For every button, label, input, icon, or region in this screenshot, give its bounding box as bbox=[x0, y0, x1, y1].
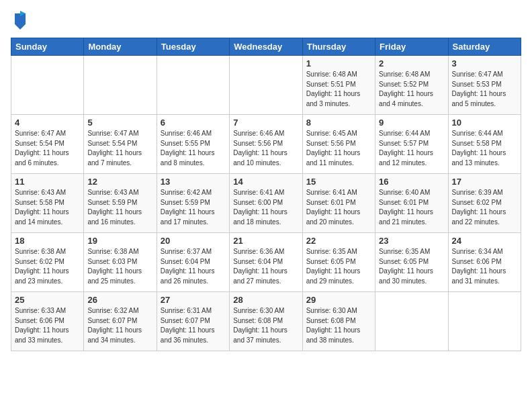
day-info: Sunrise: 6:47 AM Sunset: 5:54 PM Dayligh… bbox=[87, 129, 152, 168]
day-number: 25 bbox=[15, 295, 80, 305]
day-cell bbox=[448, 292, 521, 351]
day-number: 19 bbox=[87, 236, 152, 246]
day-cell bbox=[157, 56, 229, 115]
day-info: Sunrise: 6:31 AM Sunset: 6:07 PM Dayligh… bbox=[161, 306, 226, 345]
day-cell: 29Sunrise: 6:30 AM Sunset: 6:08 PM Dayli… bbox=[302, 292, 375, 351]
day-info: Sunrise: 6:40 AM Sunset: 6:01 PM Dayligh… bbox=[379, 188, 444, 227]
day-number: 17 bbox=[452, 177, 517, 187]
day-info: Sunrise: 6:47 AM Sunset: 5:53 PM Dayligh… bbox=[452, 70, 517, 109]
day-cell: 9Sunrise: 6:44 AM Sunset: 5:57 PM Daylig… bbox=[375, 115, 448, 174]
day-number: 27 bbox=[161, 295, 226, 305]
day-cell: 7Sunrise: 6:46 AM Sunset: 5:56 PM Daylig… bbox=[230, 115, 302, 174]
day-number: 7 bbox=[233, 118, 298, 128]
day-info: Sunrise: 6:44 AM Sunset: 5:58 PM Dayligh… bbox=[452, 129, 517, 168]
day-info: Sunrise: 6:47 AM Sunset: 5:54 PM Dayligh… bbox=[15, 129, 80, 168]
day-number: 18 bbox=[15, 236, 80, 246]
day-number: 9 bbox=[379, 118, 444, 128]
week-row-5: 25Sunrise: 6:33 AM Sunset: 6:06 PM Dayli… bbox=[11, 292, 521, 351]
day-cell bbox=[11, 56, 84, 115]
day-info: Sunrise: 6:35 AM Sunset: 6:05 PM Dayligh… bbox=[379, 247, 444, 286]
day-number: 26 bbox=[87, 295, 152, 305]
day-info: Sunrise: 6:41 AM Sunset: 6:01 PM Dayligh… bbox=[306, 188, 371, 227]
week-row-3: 11Sunrise: 6:43 AM Sunset: 5:58 PM Dayli… bbox=[11, 174, 521, 233]
week-row-4: 18Sunrise: 6:38 AM Sunset: 6:02 PM Dayli… bbox=[11, 233, 521, 292]
day-info: Sunrise: 6:46 AM Sunset: 5:55 PM Dayligh… bbox=[161, 129, 226, 168]
day-cell: 16Sunrise: 6:40 AM Sunset: 6:01 PM Dayli… bbox=[375, 174, 448, 233]
day-cell: 8Sunrise: 6:45 AM Sunset: 5:56 PM Daylig… bbox=[302, 115, 375, 174]
day-cell: 11Sunrise: 6:43 AM Sunset: 5:58 PM Dayli… bbox=[11, 174, 84, 233]
day-info: Sunrise: 6:45 AM Sunset: 5:56 PM Dayligh… bbox=[306, 129, 371, 168]
logo-icon bbox=[12, 11, 28, 30]
day-number: 21 bbox=[233, 236, 298, 246]
calendar-table: SundayMondayTuesdayWednesdayThursdayFrid… bbox=[11, 38, 521, 351]
day-cell: 3Sunrise: 6:47 AM Sunset: 5:53 PM Daylig… bbox=[448, 56, 521, 115]
day-number: 20 bbox=[161, 236, 226, 246]
weekday-header-wednesday: Wednesday bbox=[230, 38, 302, 56]
day-info: Sunrise: 6:39 AM Sunset: 6:02 PM Dayligh… bbox=[452, 188, 517, 227]
day-cell: 14Sunrise: 6:41 AM Sunset: 6:00 PM Dayli… bbox=[230, 174, 302, 233]
day-info: Sunrise: 6:37 AM Sunset: 6:04 PM Dayligh… bbox=[161, 247, 226, 286]
day-info: Sunrise: 6:35 AM Sunset: 6:05 PM Dayligh… bbox=[306, 247, 371, 286]
day-cell: 26Sunrise: 6:32 AM Sunset: 6:07 PM Dayli… bbox=[84, 292, 157, 351]
day-number: 13 bbox=[161, 177, 226, 187]
day-number: 16 bbox=[379, 177, 444, 187]
day-number: 4 bbox=[15, 118, 80, 128]
day-info: Sunrise: 6:30 AM Sunset: 6:08 PM Dayligh… bbox=[233, 306, 298, 345]
day-cell: 13Sunrise: 6:42 AM Sunset: 5:59 PM Dayli… bbox=[157, 174, 229, 233]
weekday-header-friday: Friday bbox=[375, 38, 448, 56]
day-cell: 20Sunrise: 6:37 AM Sunset: 6:04 PM Dayli… bbox=[157, 233, 229, 292]
day-number: 15 bbox=[306, 177, 371, 187]
day-number: 12 bbox=[87, 177, 152, 187]
day-cell: 21Sunrise: 6:36 AM Sunset: 6:04 PM Dayli… bbox=[230, 233, 302, 292]
day-number: 10 bbox=[452, 118, 517, 128]
day-number: 23 bbox=[379, 236, 444, 246]
week-row-1: 1Sunrise: 6:48 AM Sunset: 5:51 PM Daylig… bbox=[11, 56, 521, 115]
day-cell: 22Sunrise: 6:35 AM Sunset: 6:05 PM Dayli… bbox=[302, 233, 375, 292]
weekday-header-sunday: Sunday bbox=[11, 38, 84, 56]
day-cell: 2Sunrise: 6:48 AM Sunset: 5:52 PM Daylig… bbox=[375, 56, 448, 115]
day-info: Sunrise: 6:41 AM Sunset: 6:00 PM Dayligh… bbox=[233, 188, 298, 227]
header bbox=[11, 11, 521, 30]
day-cell bbox=[84, 56, 157, 115]
weekday-header-thursday: Thursday bbox=[302, 38, 375, 56]
day-info: Sunrise: 6:34 AM Sunset: 6:06 PM Dayligh… bbox=[452, 247, 517, 286]
day-number: 14 bbox=[233, 177, 298, 187]
day-cell: 27Sunrise: 6:31 AM Sunset: 6:07 PM Dayli… bbox=[157, 292, 229, 351]
day-info: Sunrise: 6:43 AM Sunset: 5:59 PM Dayligh… bbox=[87, 188, 152, 227]
day-cell: 15Sunrise: 6:41 AM Sunset: 6:01 PM Dayli… bbox=[302, 174, 375, 233]
day-info: Sunrise: 6:42 AM Sunset: 5:59 PM Dayligh… bbox=[161, 188, 226, 227]
day-info: Sunrise: 6:44 AM Sunset: 5:57 PM Dayligh… bbox=[379, 129, 444, 168]
day-cell: 17Sunrise: 6:39 AM Sunset: 6:02 PM Dayli… bbox=[448, 174, 521, 233]
weekday-header-row: SundayMondayTuesdayWednesdayThursdayFrid… bbox=[11, 38, 521, 56]
day-info: Sunrise: 6:30 AM Sunset: 6:08 PM Dayligh… bbox=[306, 306, 371, 345]
day-info: Sunrise: 6:33 AM Sunset: 6:06 PM Dayligh… bbox=[15, 306, 80, 345]
weekday-header-tuesday: Tuesday bbox=[157, 38, 229, 56]
day-cell: 25Sunrise: 6:33 AM Sunset: 6:06 PM Dayli… bbox=[11, 292, 84, 351]
page: SundayMondayTuesdayWednesdayThursdayFrid… bbox=[0, 0, 532, 357]
day-number: 1 bbox=[306, 58, 371, 68]
day-cell: 10Sunrise: 6:44 AM Sunset: 5:58 PM Dayli… bbox=[448, 115, 521, 174]
day-info: Sunrise: 6:36 AM Sunset: 6:04 PM Dayligh… bbox=[233, 247, 298, 286]
day-info: Sunrise: 6:32 AM Sunset: 6:07 PM Dayligh… bbox=[87, 306, 152, 345]
day-number: 2 bbox=[379, 58, 444, 68]
day-cell: 4Sunrise: 6:47 AM Sunset: 5:54 PM Daylig… bbox=[11, 115, 84, 174]
day-number: 6 bbox=[161, 118, 226, 128]
day-cell: 12Sunrise: 6:43 AM Sunset: 5:59 PM Dayli… bbox=[84, 174, 157, 233]
week-row-2: 4Sunrise: 6:47 AM Sunset: 5:54 PM Daylig… bbox=[11, 115, 521, 174]
day-number: 8 bbox=[306, 118, 371, 128]
day-cell bbox=[230, 56, 302, 115]
day-number: 29 bbox=[306, 295, 371, 305]
day-cell: 24Sunrise: 6:34 AM Sunset: 6:06 PM Dayli… bbox=[448, 233, 521, 292]
day-cell: 28Sunrise: 6:30 AM Sunset: 6:08 PM Dayli… bbox=[230, 292, 302, 351]
day-info: Sunrise: 6:43 AM Sunset: 5:58 PM Dayligh… bbox=[15, 188, 80, 227]
day-info: Sunrise: 6:38 AM Sunset: 6:02 PM Dayligh… bbox=[15, 247, 80, 286]
day-number: 11 bbox=[15, 177, 80, 187]
logo bbox=[11, 11, 28, 30]
day-cell bbox=[375, 292, 448, 351]
day-cell: 5Sunrise: 6:47 AM Sunset: 5:54 PM Daylig… bbox=[84, 115, 157, 174]
day-cell: 18Sunrise: 6:38 AM Sunset: 6:02 PM Dayli… bbox=[11, 233, 84, 292]
weekday-header-saturday: Saturday bbox=[448, 38, 521, 56]
day-number: 5 bbox=[87, 118, 152, 128]
day-info: Sunrise: 6:38 AM Sunset: 6:03 PM Dayligh… bbox=[87, 247, 152, 286]
day-number: 28 bbox=[233, 295, 298, 305]
